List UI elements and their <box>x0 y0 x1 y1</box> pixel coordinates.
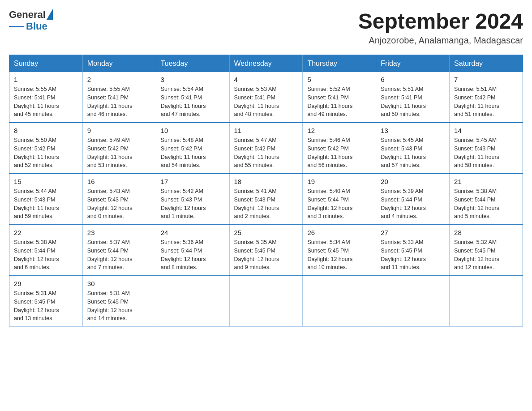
day-number: 21 <box>454 178 518 185</box>
calendar-header-row: SundayMondayTuesdayWednesdayThursdayFrid… <box>9 55 523 73</box>
logo-general-text: General <box>9 9 46 21</box>
day-number: 22 <box>14 229 78 236</box>
empty-cell <box>156 276 229 327</box>
header-saturday: Saturday <box>450 55 523 73</box>
day-number: 8 <box>14 127 78 134</box>
day-number: 4 <box>234 76 298 83</box>
day-cell-3: 3Sunrise: 5:54 AMSunset: 5:41 PMDaylight… <box>156 72 229 123</box>
day-cell-19: 19Sunrise: 5:40 AMSunset: 5:44 PMDayligh… <box>303 174 376 225</box>
day-cell-1: 1Sunrise: 5:55 AMSunset: 5:41 PMDaylight… <box>9 72 83 123</box>
day-info: Sunrise: 5:40 AMSunset: 5:44 PMDaylight:… <box>307 187 371 221</box>
day-cell-30: 30Sunrise: 5:31 AMSunset: 5:45 PMDayligh… <box>82 276 156 327</box>
day-info: Sunrise: 5:38 AMSunset: 5:44 PMDaylight:… <box>14 238 78 272</box>
day-info: Sunrise: 5:47 AMSunset: 5:42 PMDaylight:… <box>234 136 298 170</box>
day-info: Sunrise: 5:53 AMSunset: 5:41 PMDaylight:… <box>234 85 298 119</box>
day-info: Sunrise: 5:55 AMSunset: 5:41 PMDaylight:… <box>14 85 78 119</box>
day-info: Sunrise: 5:50 AMSunset: 5:42 PMDaylight:… <box>14 136 78 170</box>
day-number: 13 <box>381 127 445 134</box>
day-number: 19 <box>307 178 371 185</box>
empty-cell <box>376 276 450 327</box>
day-cell-29: 29Sunrise: 5:31 AMSunset: 5:45 PMDayligh… <box>9 276 83 327</box>
day-info: Sunrise: 5:41 AMSunset: 5:43 PMDaylight:… <box>234 187 298 221</box>
day-info: Sunrise: 5:34 AMSunset: 5:45 PMDaylight:… <box>307 238 371 272</box>
day-info: Sunrise: 5:45 AMSunset: 5:43 PMDaylight:… <box>381 136 445 170</box>
day-info: Sunrise: 5:38 AMSunset: 5:44 PMDaylight:… <box>454 187 518 221</box>
week-row-4: 22Sunrise: 5:38 AMSunset: 5:44 PMDayligh… <box>9 225 523 276</box>
week-row-5: 29Sunrise: 5:31 AMSunset: 5:45 PMDayligh… <box>9 276 523 327</box>
day-cell-9: 9Sunrise: 5:49 AMSunset: 5:42 PMDaylight… <box>82 123 156 174</box>
day-cell-27: 27Sunrise: 5:33 AMSunset: 5:45 PMDayligh… <box>376 225 450 276</box>
day-cell-21: 21Sunrise: 5:38 AMSunset: 5:44 PMDayligh… <box>450 174 523 225</box>
day-number: 6 <box>381 76 445 83</box>
day-cell-25: 25Sunrise: 5:35 AMSunset: 5:45 PMDayligh… <box>229 225 303 276</box>
day-number: 14 <box>454 127 518 134</box>
day-info: Sunrise: 5:39 AMSunset: 5:44 PMDaylight:… <box>381 187 445 221</box>
day-cell-5: 5Sunrise: 5:52 AMSunset: 5:41 PMDaylight… <box>303 72 376 123</box>
day-number: 3 <box>161 76 225 83</box>
day-info: Sunrise: 5:33 AMSunset: 5:45 PMDaylight:… <box>381 238 445 272</box>
day-number: 24 <box>161 229 225 236</box>
logo-triangle-icon <box>47 9 53 20</box>
day-number: 1 <box>14 76 78 83</box>
day-info: Sunrise: 5:31 AMSunset: 5:45 PMDaylight:… <box>14 289 78 323</box>
day-number: 15 <box>14 178 78 185</box>
day-cell-26: 26Sunrise: 5:34 AMSunset: 5:45 PMDayligh… <box>303 225 376 276</box>
day-cell-18: 18Sunrise: 5:41 AMSunset: 5:43 PMDayligh… <box>229 174 303 225</box>
day-cell-13: 13Sunrise: 5:45 AMSunset: 5:43 PMDayligh… <box>376 123 450 174</box>
header-friday: Friday <box>376 55 450 73</box>
empty-cell <box>229 276 303 327</box>
day-info: Sunrise: 5:36 AMSunset: 5:44 PMDaylight:… <box>161 238 225 272</box>
day-cell-22: 22Sunrise: 5:38 AMSunset: 5:44 PMDayligh… <box>9 225 83 276</box>
day-number: 10 <box>161 127 225 134</box>
day-cell-20: 20Sunrise: 5:39 AMSunset: 5:44 PMDayligh… <box>376 174 450 225</box>
day-info: Sunrise: 5:52 AMSunset: 5:41 PMDaylight:… <box>307 85 371 119</box>
day-cell-14: 14Sunrise: 5:45 AMSunset: 5:43 PMDayligh… <box>450 123 523 174</box>
header-monday: Monday <box>82 55 156 73</box>
header-tuesday: Tuesday <box>156 55 229 73</box>
day-cell-11: 11Sunrise: 5:47 AMSunset: 5:42 PMDayligh… <box>229 123 303 174</box>
day-number: 5 <box>307 76 371 83</box>
day-cell-28: 28Sunrise: 5:32 AMSunset: 5:45 PMDayligh… <box>450 225 523 276</box>
day-number: 30 <box>87 280 151 287</box>
calendar-title: September 2024 <box>358 9 523 34</box>
day-info: Sunrise: 5:43 AMSunset: 5:43 PMDaylight:… <box>87 187 151 221</box>
day-info: Sunrise: 5:31 AMSunset: 5:45 PMDaylight:… <box>87 289 151 323</box>
day-cell-4: 4Sunrise: 5:53 AMSunset: 5:41 PMDaylight… <box>229 72 303 123</box>
day-number: 2 <box>87 76 151 83</box>
day-number: 12 <box>307 127 371 134</box>
day-number: 27 <box>381 229 445 236</box>
day-cell-23: 23Sunrise: 5:37 AMSunset: 5:44 PMDayligh… <box>82 225 156 276</box>
week-row-3: 15Sunrise: 5:44 AMSunset: 5:43 PMDayligh… <box>9 174 523 225</box>
day-number: 26 <box>307 229 371 236</box>
header-wednesday: Wednesday <box>229 55 303 73</box>
day-info: Sunrise: 5:37 AMSunset: 5:44 PMDaylight:… <box>87 238 151 272</box>
title-section: September 2024 Anjozorobe, Analamanga, M… <box>358 9 523 46</box>
day-number: 25 <box>234 229 298 236</box>
day-info: Sunrise: 5:44 AMSunset: 5:43 PMDaylight:… <box>14 187 78 221</box>
day-info: Sunrise: 5:51 AMSunset: 5:42 PMDaylight:… <box>454 85 518 119</box>
day-cell-8: 8Sunrise: 5:50 AMSunset: 5:42 PMDaylight… <box>9 123 83 174</box>
day-cell-15: 15Sunrise: 5:44 AMSunset: 5:43 PMDayligh… <box>9 174 83 225</box>
day-number: 7 <box>454 76 518 83</box>
empty-cell <box>450 276 523 327</box>
day-number: 23 <box>87 229 151 236</box>
day-info: Sunrise: 5:55 AMSunset: 5:41 PMDaylight:… <box>87 85 151 119</box>
header-sunday: Sunday <box>9 55 83 73</box>
day-info: Sunrise: 5:54 AMSunset: 5:41 PMDaylight:… <box>161 85 225 119</box>
header-thursday: Thursday <box>303 55 376 73</box>
day-info: Sunrise: 5:48 AMSunset: 5:42 PMDaylight:… <box>161 136 225 170</box>
day-cell-17: 17Sunrise: 5:42 AMSunset: 5:43 PMDayligh… <box>156 174 229 225</box>
logo-blue-text: Blue <box>26 21 47 32</box>
week-row-2: 8Sunrise: 5:50 AMSunset: 5:42 PMDaylight… <box>9 123 523 174</box>
calendar-table: SundayMondayTuesdayWednesdayThursdayFrid… <box>9 55 523 327</box>
day-cell-16: 16Sunrise: 5:43 AMSunset: 5:43 PMDayligh… <box>82 174 156 225</box>
day-cell-7: 7Sunrise: 5:51 AMSunset: 5:42 PMDaylight… <box>450 72 523 123</box>
day-cell-2: 2Sunrise: 5:55 AMSunset: 5:41 PMDaylight… <box>82 72 156 123</box>
week-row-1: 1Sunrise: 5:55 AMSunset: 5:41 PMDaylight… <box>9 72 523 123</box>
day-number: 29 <box>14 280 78 287</box>
day-cell-10: 10Sunrise: 5:48 AMSunset: 5:42 PMDayligh… <box>156 123 229 174</box>
day-info: Sunrise: 5:45 AMSunset: 5:43 PMDaylight:… <box>454 136 518 170</box>
day-number: 9 <box>87 127 151 134</box>
day-cell-6: 6Sunrise: 5:51 AMSunset: 5:41 PMDaylight… <box>376 72 450 123</box>
day-info: Sunrise: 5:46 AMSunset: 5:42 PMDaylight:… <box>307 136 371 170</box>
